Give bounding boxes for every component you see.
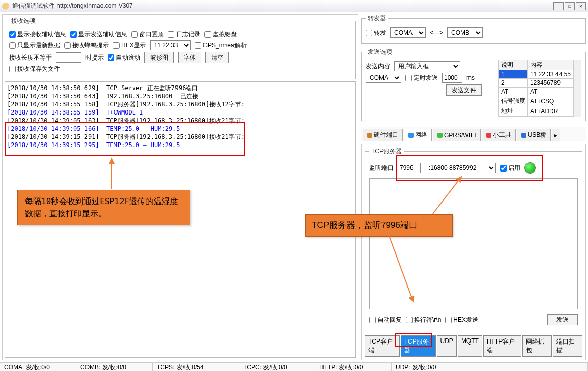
plug-icon	[367, 133, 372, 138]
tab-hardware-port[interactable]: 硬件端口	[363, 129, 403, 141]
tab-usb-bridge[interactable]: USB桥	[517, 129, 551, 141]
cb-auto-reply[interactable]: 自动回复	[369, 316, 402, 324]
forward-from-select[interactable]: COMA	[390, 27, 426, 38]
tab-tools[interactable]: 小工具	[482, 129, 516, 141]
send-text-input[interactable]	[366, 85, 442, 95]
cb-on-top[interactable]: 窗口置顶	[131, 30, 164, 39]
font-button[interactable]: 字体	[178, 52, 201, 63]
forward-to-select[interactable]: COMB	[447, 27, 483, 38]
len-neq-label: 接收长度不等于	[9, 53, 52, 62]
table-scrollbar[interactable]	[573, 60, 581, 117]
status-bar: COMA: 发/收:0/0 COMB: 发/收:0/0 TCPS: 发/收:0/…	[0, 362, 588, 371]
btab-packet-capture[interactable]: 网络抓包	[522, 335, 552, 357]
wave-button[interactable]: 波形图	[144, 52, 174, 63]
log-line: [2018/10/30 14:38:55 159] T+CWMODE=1	[7, 108, 353, 117]
clear-button[interactable]: 清空	[205, 52, 229, 63]
status-coma: COMA: 发/收:0/0	[0, 363, 76, 371]
status-udp: UDP: 发/收:0/0	[392, 363, 588, 371]
recv-options-legend: 接收选项	[9, 17, 38, 25]
cb-virtual-keyboard[interactable]: 虚拟键盘	[204, 30, 237, 39]
cb-hex-display[interactable]: HEX显示	[113, 41, 146, 50]
cb-timed-send[interactable]: 定时发送	[405, 74, 438, 82]
cb-show-send-aux[interactable]: 显示发送辅助信息	[70, 30, 127, 39]
log-line: [2018/10/30 14:38:55 158] TCP服务器[192.168…	[7, 100, 353, 108]
ms-label: ms	[466, 74, 475, 81]
cb-gps-parse[interactable]: GPS_nmea解析	[195, 41, 247, 50]
app-icon	[2, 3, 9, 10]
network-panel: TCP服务器 监听端口 :16800 88785992 启用 自动回复 换行符\…	[361, 144, 586, 360]
cb-beep[interactable]: 接收蜂鸣提示	[64, 41, 109, 50]
usb-icon	[521, 133, 526, 138]
close-button[interactable]: ✕	[576, 2, 586, 10]
send-button[interactable]: 发送	[547, 314, 578, 325]
log-area[interactable]: [2018/10/30 14:38:50 629] TCP Server 正在监…	[5, 81, 356, 358]
left-callout: 每隔10秒会收到通过ESP12F透传的温湿度数据，直接打印显示。	[17, 190, 190, 225]
window-controls: _ ☐ ✕	[553, 2, 586, 10]
send-options-group: 发送选项 发送内容 用户输入框 COMA 定时发送 ms 发送	[361, 48, 586, 121]
tcp-send-textarea[interactable]	[369, 178, 578, 309]
network-sub-tabs: TCP客户端 TCP服务器 UDP MQTT HTTP客户端 网络抓包 端口扫描	[365, 335, 582, 357]
tab-network[interactable]: 网络	[404, 129, 432, 141]
left-pane: 接收选项 显示接收辅助信息 显示发送辅助信息 窗口置顶 日志记录 虚拟键盘 只显…	[2, 14, 358, 360]
btab-tcp-client[interactable]: TCP客户端	[365, 335, 400, 357]
send-content-label: 发送内容	[366, 62, 390, 71]
btab-mqtt[interactable]: MQTT	[458, 335, 482, 357]
quick-send-table[interactable]: 说明内容 111 22 33 44 55 2123456789 ATAT 信号强…	[498, 60, 573, 117]
cb-save-to-file[interactable]: 接收保存为文件	[9, 65, 60, 73]
cb-show-recv-aux[interactable]: 显示接收辅助信息	[9, 30, 66, 39]
recv-options-group: 接收选项 显示接收辅助信息 显示发送辅助信息 窗口置顶 日志记录 虚拟键盘 只显…	[5, 17, 356, 79]
status-comb: COMB: 发/收:0/0	[76, 363, 153, 371]
tcp-server-group: TCP服务器 监听端口 :16800 88785992 启用 自动回复 换行符\…	[365, 147, 582, 330]
forward-arrow: <--->	[430, 29, 443, 36]
send-content-select[interactable]: 用户输入框	[394, 61, 460, 71]
hex-sample-select[interactable]: 11 22 33	[150, 40, 191, 50]
forwarder-group: 转发器 转发 COMA <---> COMB	[361, 14, 586, 44]
log-line: [2018/10/30 14:38:50 643] 192.168.3.25:1…	[7, 92, 353, 100]
cb-crlf[interactable]: 换行符\r\n	[406, 316, 441, 324]
log-highlight-box	[5, 122, 245, 156]
right-pane: 转发器 转发 COMA <---> COMB 发送选项 发送内容 用户输入框 C…	[361, 14, 586, 360]
titlebar: 通信猫调试软件 http://tongxinmao.com V307 _ ☐ ✕	[0, 0, 588, 12]
listen-port-label: 监听端口	[369, 164, 394, 173]
status-tcps: TCPS: 发/收:0/54	[153, 363, 239, 371]
btab-highlight-box	[395, 333, 432, 347]
main-tab-bar: 硬件端口 网络 GPRS/WIFI 小工具 USB桥 ▸	[361, 127, 586, 141]
window-title: 通信猫调试软件 http://tongxinmao.com V307	[12, 2, 133, 10]
hint-label: 时提示	[85, 53, 104, 62]
send-port-select[interactable]: COMA	[366, 73, 401, 83]
send-options-legend: 发送选项	[366, 48, 394, 56]
tab-scroll-right[interactable]: ▸	[552, 129, 560, 141]
forwarder-legend: 转发器	[366, 14, 388, 23]
signal-icon	[437, 133, 443, 138]
log-line: [2018/10/30 14:38:50 629] TCP Server 正在监…	[7, 84, 353, 92]
timed-interval-input[interactable]	[442, 73, 462, 83]
cb-latest-only[interactable]: 只显示最新数据	[9, 41, 60, 50]
right-callout: TCP服务器，监听7996端口	[305, 214, 453, 237]
minimize-button[interactable]: _	[553, 2, 564, 10]
status-http: HTTP: 发/收:0/0	[315, 363, 392, 371]
maximize-button[interactable]: ☐	[565, 2, 575, 10]
btab-port-scan[interactable]: 端口扫描	[553, 335, 582, 357]
send-file-button[interactable]: 发送文件	[446, 84, 482, 96]
cb-autoscroll[interactable]: 自动滚动	[108, 53, 140, 62]
len-neq-input[interactable]	[56, 52, 81, 63]
tab-gprs-wifi[interactable]: GPRS/WIFI	[433, 129, 481, 141]
port-highlight-box	[396, 155, 543, 181]
btab-udp[interactable]: UDP	[437, 335, 457, 357]
status-tcpc: TCPC: 发/收:0/0	[239, 363, 315, 371]
globe-icon	[408, 133, 414, 138]
cb-forward[interactable]: 转发	[366, 28, 386, 37]
toolbox-icon	[486, 133, 491, 138]
cb-hex-send[interactable]: HEX发送	[445, 316, 478, 324]
cb-log[interactable]: 日志记录	[168, 30, 200, 39]
btab-http-client[interactable]: HTTP客户端	[483, 335, 521, 357]
